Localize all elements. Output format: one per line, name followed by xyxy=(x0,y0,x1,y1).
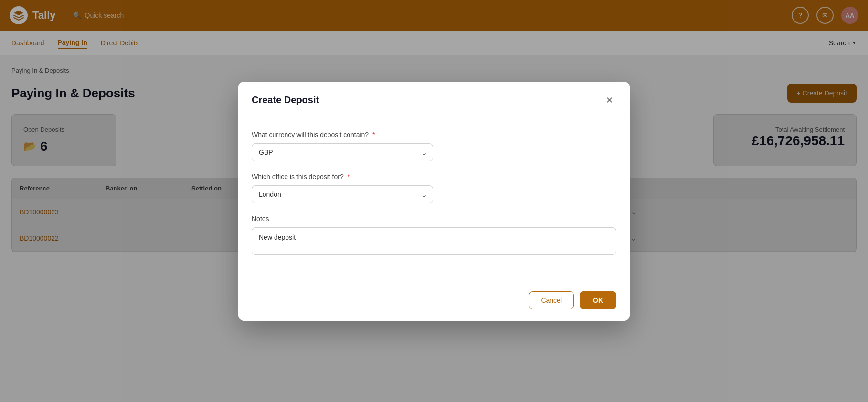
office-select[interactable]: London G11 Markaz Other xyxy=(252,185,433,203)
currency-required-star: * xyxy=(372,131,375,138)
modal-body: What currency will this deposit contain?… xyxy=(238,117,630,264)
office-required-star: * xyxy=(348,173,350,180)
modal-title: Create Deposit xyxy=(252,95,319,106)
modal-close-button[interactable]: ✕ xyxy=(602,93,616,107)
currency-label: What currency will this deposit contain?… xyxy=(252,131,616,138)
currency-select[interactable]: GBP USD EUR xyxy=(252,143,433,161)
create-deposit-modal: Create Deposit ✕ What currency will this… xyxy=(238,82,630,264)
modal-overlay: Create Deposit ✕ What currency will this… xyxy=(0,0,868,264)
office-select-wrapper: London G11 Markaz Other ⌄ xyxy=(252,185,433,203)
office-form-group: Which office is this deposit for? * Lond… xyxy=(252,173,616,203)
currency-select-wrapper: GBP USD EUR ⌄ xyxy=(252,143,433,161)
notes-textarea[interactable]: New deposit xyxy=(252,227,616,255)
office-label: Which office is this deposit for? * xyxy=(252,173,616,180)
notes-label: Notes xyxy=(252,215,616,222)
modal-header: Create Deposit ✕ xyxy=(238,82,630,117)
notes-form-group: Notes New deposit xyxy=(252,215,616,257)
currency-form-group: What currency will this deposit contain?… xyxy=(252,131,616,161)
